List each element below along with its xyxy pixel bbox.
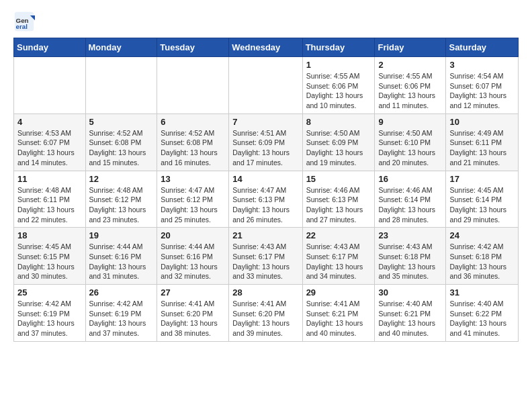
day-info: Sunrise: 4:46 AM Sunset: 6:14 PM Dayligh… [378, 185, 442, 225]
day-number: 1 [306, 60, 371, 70]
weekday-header-row: SundayMondayTuesdayWednesdayThursdayFrid… [14, 38, 519, 57]
day-number: 28 [232, 287, 298, 298]
calendar-cell: 15Sunrise: 4:46 AM Sunset: 6:13 PM Dayli… [302, 171, 375, 228]
day-info: Sunrise: 4:48 AM Sunset: 6:11 PM Dayligh… [17, 185, 82, 225]
calendar-cell: 27Sunrise: 4:41 AM Sunset: 6:20 PM Dayli… [157, 285, 229, 342]
day-info: Sunrise: 4:50 AM Sunset: 6:10 PM Dayligh… [378, 128, 442, 168]
calendar-cell: 13Sunrise: 4:47 AM Sunset: 6:12 PM Dayli… [157, 171, 229, 228]
header: Gen eral [13, 11, 519, 32]
calendar-header: SundayMondayTuesdayWednesdayThursdayFrid… [14, 38, 519, 57]
day-info: Sunrise: 4:51 AM Sunset: 6:09 PM Dayligh… [232, 128, 298, 168]
day-number: 30 [378, 287, 442, 298]
day-info: Sunrise: 4:46 AM Sunset: 6:13 PM Dayligh… [306, 185, 371, 225]
day-number: 11 [17, 174, 82, 184]
day-number: 24 [449, 230, 515, 240]
calendar-cell: 30Sunrise: 4:40 AM Sunset: 6:21 PM Dayli… [375, 285, 446, 342]
weekday-header-tuesday: Tuesday [157, 38, 229, 57]
calendar-week-4: 18Sunrise: 4:45 AM Sunset: 6:15 PM Dayli… [14, 228, 519, 285]
day-info: Sunrise: 4:43 AM Sunset: 6:18 PM Dayligh… [378, 242, 442, 281]
calendar-cell: 26Sunrise: 4:42 AM Sunset: 6:19 PM Dayli… [85, 285, 157, 342]
day-info: Sunrise: 4:52 AM Sunset: 6:08 PM Dayligh… [89, 128, 154, 168]
day-number: 27 [161, 287, 225, 298]
calendar-cell: 9Sunrise: 4:50 AM Sunset: 6:10 PM Daylig… [375, 113, 446, 171]
day-info: Sunrise: 4:41 AM Sunset: 6:20 PM Dayligh… [232, 299, 298, 338]
calendar-week-3: 11Sunrise: 4:48 AM Sunset: 6:11 PM Dayli… [14, 171, 519, 228]
day-info: Sunrise: 4:42 AM Sunset: 6:19 PM Dayligh… [17, 299, 82, 338]
day-info: Sunrise: 4:44 AM Sunset: 6:16 PM Dayligh… [89, 242, 154, 281]
day-number: 8 [306, 117, 371, 127]
day-info: Sunrise: 4:41 AM Sunset: 6:20 PM Dayligh… [161, 299, 225, 338]
day-number: 6 [161, 117, 225, 127]
day-info: Sunrise: 4:54 AM Sunset: 6:07 PM Dayligh… [449, 71, 515, 111]
day-number: 5 [89, 117, 154, 127]
day-number: 4 [17, 117, 82, 127]
calendar-cell [157, 57, 229, 114]
calendar-cell: 4Sunrise: 4:53 AM Sunset: 6:07 PM Daylig… [14, 113, 86, 171]
calendar-cell: 11Sunrise: 4:48 AM Sunset: 6:11 PM Dayli… [14, 171, 86, 228]
logo-icon: Gen eral [13, 11, 35, 32]
day-number: 14 [232, 174, 298, 184]
calendar-cell: 31Sunrise: 4:40 AM Sunset: 6:22 PM Dayli… [446, 285, 519, 342]
weekday-header-sunday: Sunday [14, 38, 86, 57]
calendar-cell: 24Sunrise: 4:42 AM Sunset: 6:18 PM Dayli… [446, 228, 519, 285]
calendar-cell: 22Sunrise: 4:43 AM Sunset: 6:17 PM Dayli… [302, 228, 375, 285]
calendar-cell: 10Sunrise: 4:49 AM Sunset: 6:11 PM Dayli… [446, 113, 519, 171]
calendar-cell: 20Sunrise: 4:44 AM Sunset: 6:16 PM Dayli… [157, 228, 229, 285]
calendar-cell: 2Sunrise: 4:55 AM Sunset: 6:06 PM Daylig… [375, 57, 446, 114]
day-info: Sunrise: 4:53 AM Sunset: 6:07 PM Dayligh… [17, 128, 82, 168]
day-number: 10 [449, 117, 515, 127]
day-info: Sunrise: 4:49 AM Sunset: 6:11 PM Dayligh… [449, 128, 515, 168]
day-info: Sunrise: 4:42 AM Sunset: 6:19 PM Dayligh… [89, 299, 154, 338]
calendar-cell [229, 57, 302, 114]
day-number: 16 [378, 174, 442, 184]
day-info: Sunrise: 4:43 AM Sunset: 6:17 PM Dayligh… [306, 242, 371, 281]
calendar-table: SundayMondayTuesdayWednesdayThursdayFrid… [13, 38, 519, 342]
day-info: Sunrise: 4:47 AM Sunset: 6:12 PM Dayligh… [161, 185, 225, 225]
calendar-cell: 19Sunrise: 4:44 AM Sunset: 6:16 PM Dayli… [85, 228, 157, 285]
day-info: Sunrise: 4:40 AM Sunset: 6:22 PM Dayligh… [449, 299, 515, 338]
calendar-body: 1Sunrise: 4:55 AM Sunset: 6:06 PM Daylig… [14, 57, 519, 342]
calendar-cell: 25Sunrise: 4:42 AM Sunset: 6:19 PM Dayli… [14, 285, 86, 342]
day-info: Sunrise: 4:45 AM Sunset: 6:14 PM Dayligh… [449, 185, 515, 225]
calendar-cell: 3Sunrise: 4:54 AM Sunset: 6:07 PM Daylig… [446, 57, 519, 114]
calendar-cell: 17Sunrise: 4:45 AM Sunset: 6:14 PM Dayli… [446, 171, 519, 228]
day-info: Sunrise: 4:48 AM Sunset: 6:12 PM Dayligh… [89, 185, 154, 225]
calendar-cell: 23Sunrise: 4:43 AM Sunset: 6:18 PM Dayli… [375, 228, 446, 285]
calendar-cell: 29Sunrise: 4:41 AM Sunset: 6:21 PM Dayli… [302, 285, 375, 342]
day-number: 2 [378, 60, 442, 70]
weekday-header-wednesday: Wednesday [229, 38, 302, 57]
weekday-header-friday: Friday [375, 38, 446, 57]
calendar-cell: 21Sunrise: 4:43 AM Sunset: 6:17 PM Dayli… [229, 228, 302, 285]
day-info: Sunrise: 4:42 AM Sunset: 6:18 PM Dayligh… [449, 242, 515, 281]
day-info: Sunrise: 4:50 AM Sunset: 6:09 PM Dayligh… [306, 128, 371, 168]
day-info: Sunrise: 4:41 AM Sunset: 6:21 PM Dayligh… [306, 299, 371, 338]
calendar-cell: 12Sunrise: 4:48 AM Sunset: 6:12 PM Dayli… [85, 171, 157, 228]
calendar-week-5: 25Sunrise: 4:42 AM Sunset: 6:19 PM Dayli… [14, 285, 519, 342]
logo: Gen eral [13, 11, 39, 32]
day-number: 17 [449, 174, 515, 184]
day-number: 15 [306, 174, 371, 184]
day-info: Sunrise: 4:55 AM Sunset: 6:06 PM Dayligh… [378, 71, 442, 111]
calendar-cell: 14Sunrise: 4:47 AM Sunset: 6:13 PM Dayli… [229, 171, 302, 228]
calendar-cell: 18Sunrise: 4:45 AM Sunset: 6:15 PM Dayli… [14, 228, 86, 285]
day-info: Sunrise: 4:52 AM Sunset: 6:08 PM Dayligh… [161, 128, 225, 168]
day-info: Sunrise: 4:43 AM Sunset: 6:17 PM Dayligh… [232, 242, 298, 281]
day-info: Sunrise: 4:47 AM Sunset: 6:13 PM Dayligh… [232, 185, 298, 225]
calendar-cell [14, 57, 86, 114]
day-number: 25 [17, 287, 82, 298]
calendar-cell: 1Sunrise: 4:55 AM Sunset: 6:06 PM Daylig… [302, 57, 375, 114]
calendar-cell [85, 57, 157, 114]
day-number: 29 [306, 287, 371, 298]
day-number: 26 [89, 287, 154, 298]
day-number: 20 [161, 230, 225, 240]
day-number: 19 [89, 230, 154, 240]
svg-text:eral: eral [16, 23, 28, 30]
day-info: Sunrise: 4:55 AM Sunset: 6:06 PM Dayligh… [306, 71, 371, 111]
page: Gen eral SundayMondayTuesdayWednesdayThu… [0, 0, 532, 353]
day-number: 31 [449, 287, 515, 298]
day-number: 12 [89, 174, 154, 184]
weekday-header-monday: Monday [85, 38, 157, 57]
calendar-cell: 28Sunrise: 4:41 AM Sunset: 6:20 PM Dayli… [229, 285, 302, 342]
weekday-header-saturday: Saturday [446, 38, 519, 57]
weekday-header-thursday: Thursday [302, 38, 375, 57]
